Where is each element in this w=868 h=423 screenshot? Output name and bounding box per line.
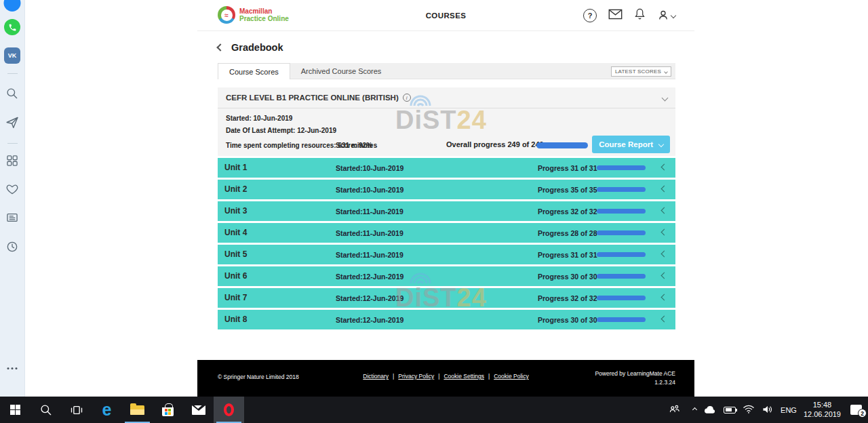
unit-row[interactable]: Unit 1 Started:10-Jun-2019 Progress 31 o…: [218, 158, 675, 178]
course-score: Score: 92%: [336, 142, 372, 149]
taskbar-search-icon[interactable]: [31, 397, 61, 423]
unit-progress-bar: [597, 317, 646, 322]
action-center-icon[interactable]: 2: [850, 405, 862, 415]
chevron-down-icon: [671, 12, 676, 18]
start-button[interactable]: [0, 397, 31, 423]
opera-icon[interactable]: [214, 397, 244, 423]
unit-started: Started:12-Jun-2019: [336, 316, 403, 324]
hidden-icons-chevron[interactable]: [692, 407, 697, 412]
sidebar-divider: [7, 73, 18, 74]
copyright: © Springer Nature Limited 2018: [218, 374, 299, 380]
course-panel-header[interactable]: CEFR LEVEL B1 PRACTICE ONLINE (BRITISH): [218, 87, 675, 108]
logo-line2: Practice Online: [239, 15, 289, 22]
windows-taskbar: ENG 15:48 12.06.2019 2: [0, 397, 868, 423]
onedrive-cloud-icon[interactable]: [703, 405, 717, 416]
mpo-page: Macmillan Practice Online COURSES: [197, 0, 694, 397]
chevron-left-icon[interactable]: [661, 273, 668, 279]
chevron-left-icon[interactable]: [661, 316, 668, 323]
chevron-left-icon[interactable]: [661, 251, 668, 258]
sidebar-more-icon[interactable]: [7, 367, 18, 369]
unit-name: Unit 7: [224, 293, 247, 302]
speed-dial-grid-icon[interactable]: [5, 154, 19, 167]
bookmarks-heart-icon[interactable]: [5, 182, 19, 196]
back-chevron-icon[interactable]: [216, 43, 224, 51]
mail-app-icon[interactable]: [183, 397, 214, 423]
link-cookie-settings[interactable]: Cookie Settings: [443, 373, 484, 380]
unit-progress-label: Progress 31 of 31: [538, 164, 597, 172]
unit-progress-label: Progress 30 of 30: [538, 273, 597, 281]
windows-logo-icon: [10, 405, 21, 416]
unit-progress-bar: [597, 165, 646, 170]
unit-progress-label: Progress 28 of 28: [538, 229, 597, 237]
course-started: Started: 10-Jun-2019: [226, 115, 292, 122]
chevron-left-icon[interactable]: [661, 229, 668, 236]
unit-name: Unit 4: [224, 228, 247, 237]
link-privacy-policy[interactable]: Privacy Policy: [398, 373, 434, 380]
clock[interactable]: 15:48 12.06.2019: [804, 401, 841, 419]
volume-icon[interactable]: [762, 404, 774, 416]
unit-name: Unit 3: [224, 206, 247, 216]
chevron-left-icon[interactable]: [661, 207, 668, 214]
unit-progress-label: Progress 35 of 35: [538, 186, 597, 194]
chevron-down-icon[interactable]: [662, 94, 669, 101]
mail-icon[interactable]: [608, 9, 623, 22]
people-icon[interactable]: [668, 403, 681, 417]
unit-row[interactable]: Unit 5 Started:11-Jun-2019 Progress 31 o…: [218, 245, 675, 264]
latest-scores-dropdown[interactable]: LATEST SCORES: [611, 66, 671, 77]
task-view-icon[interactable]: [61, 397, 92, 423]
help-icon[interactable]: [583, 9, 597, 22]
news-icon[interactable]: [5, 211, 19, 224]
opera-sidebar: VK: [0, 0, 25, 397]
course-last-attempt: Date Of Last Attempt: 12-Jun-2019: [226, 127, 336, 134]
my-flow-send-icon[interactable]: [5, 115, 20, 129]
link-cookie-policy[interactable]: Cookie Policy: [494, 373, 529, 380]
whatsapp-icon[interactable]: [4, 19, 20, 35]
unit-progress-label: Progress 30 of 30: [538, 316, 597, 324]
chevron-left-icon[interactable]: [661, 294, 668, 301]
wifi-icon[interactable]: [743, 404, 755, 416]
sidebar-divider: [7, 143, 18, 144]
link-dictionary[interactable]: Dictionary: [363, 373, 389, 380]
unit-name: Unit 1: [224, 163, 247, 172]
date: 12.06.2019: [804, 410, 841, 420]
overall-progress-bar: [536, 142, 588, 148]
unit-row[interactable]: Unit 2 Started:10-Jun-2019 Progress 35 o…: [218, 180, 675, 199]
user-icon: [657, 9, 669, 22]
unit-row[interactable]: Unit 6 Started:12-Jun-2019 Progress 30 o…: [218, 266, 675, 286]
vk-icon[interactable]: VK: [4, 47, 20, 64]
chevron-down-icon: [658, 142, 664, 147]
time: 15:48: [804, 401, 841, 410]
microsoft-store-icon[interactable]: [153, 397, 183, 423]
unit-name: Unit 5: [224, 249, 247, 259]
unit-row[interactable]: Unit 7 Started:12-Jun-2019 Progress 32 o…: [218, 288, 675, 308]
account-menu[interactable]: [657, 9, 675, 22]
unit-row[interactable]: Unit 4 Started:11-Jun-2019 Progress 28 o…: [218, 223, 675, 243]
unit-name: Unit 8: [224, 315, 247, 324]
messenger-icon[interactable]: [4, 0, 21, 12]
overall-progress-label: Overall progress 249 of 249: [446, 140, 544, 148]
battery-icon[interactable]: [724, 407, 736, 414]
language-indicator[interactable]: ENG: [781, 406, 797, 414]
unit-started: Started:10-Jun-2019: [336, 164, 403, 172]
tab-course-scores[interactable]: Course Scores: [218, 63, 290, 79]
history-clock-icon[interactable]: [5, 240, 19, 254]
tab-archived-course-scores[interactable]: Archived Course Scores: [290, 63, 393, 79]
link-separator: |: [488, 373, 490, 380]
unit-row[interactable]: Unit 3 Started:11-Jun-2019 Progress 32 o…: [218, 201, 675, 221]
chevron-left-icon[interactable]: [661, 164, 668, 171]
macmillan-logo[interactable]: Macmillan Practice Online: [218, 6, 289, 24]
unit-progress-bar: [597, 209, 646, 214]
chevron-left-icon[interactable]: [661, 186, 668, 193]
file-explorer-icon[interactable]: [122, 397, 153, 423]
notifications-bell-icon[interactable]: [634, 7, 646, 23]
site-header: Macmillan Practice Online COURSES: [197, 0, 694, 31]
course-report-button[interactable]: Course Report: [592, 136, 670, 153]
nav-courses[interactable]: COURSES: [426, 12, 467, 20]
search-icon[interactable]: [5, 87, 19, 100]
course-name: CEFR LEVEL B1 PRACTICE ONLINE (BRITISH): [226, 94, 399, 102]
info-icon[interactable]: [403, 94, 411, 102]
edge-icon[interactable]: [92, 397, 122, 423]
unit-progress-bar: [597, 187, 646, 192]
link-separator: |: [438, 373, 439, 380]
unit-row[interactable]: Unit 8 Started:12-Jun-2019 Progress 30 o…: [218, 310, 675, 329]
